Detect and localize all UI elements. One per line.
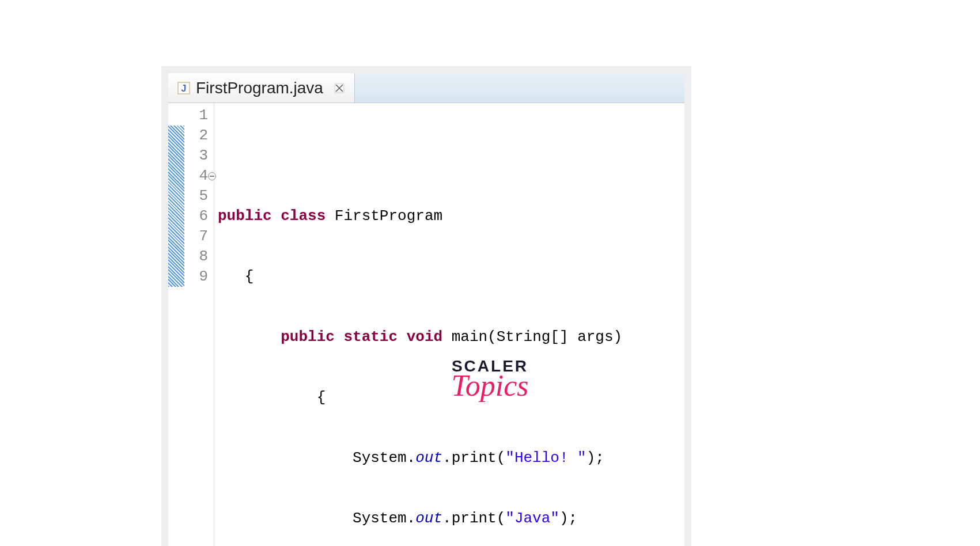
code-line [218, 146, 684, 166]
line-number: 6 [184, 206, 208, 226]
code-area[interactable]: 1 2 3 4 5 6 7 8 9 public class FirstProg… [168, 103, 684, 546]
fold-collapse-icon[interactable] [208, 172, 216, 180]
line-number: 3 [184, 146, 208, 166]
line-number: 4 [184, 166, 208, 186]
line-number: 1 [184, 105, 208, 126]
line-number: 5 [184, 186, 208, 206]
editor-inner: J FirstProgram.java 1 2 [168, 73, 684, 546]
tab-filename: FirstProgram.java [196, 79, 323, 97]
line-number: 9 [184, 267, 208, 287]
line-number: 7 [184, 226, 208, 247]
line-number: 2 [184, 126, 208, 146]
java-file-icon: J [177, 82, 190, 94]
code-line: { [218, 267, 684, 287]
code-line: System.out.print("Java"); [218, 509, 684, 529]
svg-text:J: J [181, 84, 187, 93]
code-content[interactable]: public class FirstProgram { public stati… [214, 103, 684, 546]
code-line: public class FirstProgram [218, 206, 684, 226]
scaler-logo: SCALER Topics [452, 357, 529, 403]
code-line: public static void main(String[] args) [218, 327, 684, 347]
editor-container: J FirstProgram.java 1 2 [161, 66, 691, 546]
change-marker-strip [168, 103, 184, 546]
tab-bar: J FirstProgram.java [168, 73, 684, 103]
logo-text-bottom: Topics [452, 369, 529, 403]
code-line: System.out.print("Hello! "); [218, 448, 684, 468]
line-gutter: 1 2 3 4 5 6 7 8 9 [184, 103, 214, 546]
close-tab-icon[interactable] [334, 82, 345, 94]
line-number: 8 [184, 247, 208, 267]
file-tab[interactable]: J FirstProgram.java [168, 73, 355, 103]
